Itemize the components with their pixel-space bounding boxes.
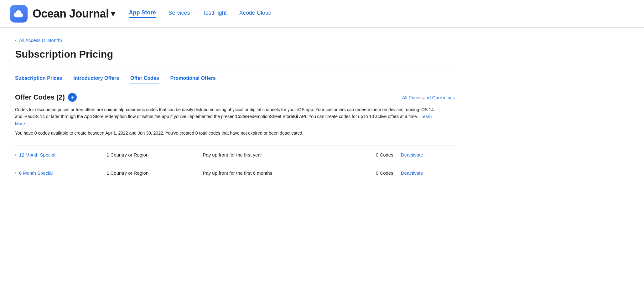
offer-table: › 12 Month Special 1 Country or Region P… xyxy=(15,146,455,182)
main-nav: App Store Services TestFlight Xcode Clou… xyxy=(129,9,272,18)
tab-subscription-prices[interactable]: Subscription Prices xyxy=(15,75,62,84)
breadcrumb: ‹ All Access (1 Month) xyxy=(15,38,455,43)
offer-12month-link[interactable]: 12 Month Special xyxy=(19,152,55,157)
tabs: Subscription Prices Introductory Offers … xyxy=(15,75,455,84)
offer-6month-codes: 0 Codes xyxy=(349,164,397,182)
offer-12month-codes: 0 Codes xyxy=(349,146,397,164)
offer-name-cell: › 12 Month Special xyxy=(15,152,99,157)
title-chevron[interactable]: ▾ xyxy=(111,8,115,19)
offer-6month-link[interactable]: 6 Month Special xyxy=(19,170,53,176)
tab-introductory-offers[interactable]: Introductory Offers xyxy=(73,75,119,84)
offer-6month-payment: Pay up front for the first 6 months xyxy=(199,164,348,182)
breadcrumb-chevron: ‹ xyxy=(15,38,17,43)
section-title-group: Offer Codes (2) xyxy=(15,93,77,102)
section-header: Offer Codes (2) All Prices and Currencie… xyxy=(15,93,455,102)
nav-app-store[interactable]: App Store xyxy=(129,9,156,18)
section-divider xyxy=(15,68,455,68)
section-title-text: Offer Codes (2) xyxy=(15,93,65,101)
main-content: ‹ All Access (1 Month) Subscription Pric… xyxy=(0,28,470,192)
row-expand-chevron: › xyxy=(15,152,17,157)
app-icon xyxy=(10,5,28,23)
header: Ocean Journal ▾ App Store Services TestF… xyxy=(0,0,644,28)
offer-6month-region: 1 Country or Region xyxy=(103,164,199,182)
tab-promotional-offers[interactable]: Promotional Offers xyxy=(170,75,216,84)
app-title: Ocean Journal xyxy=(33,7,109,20)
all-prices-currencies-link[interactable]: All Prices and Currencies xyxy=(402,95,455,100)
page-title: Subscription Pricing xyxy=(15,49,455,60)
offer-name-cell-6month: › 6 Month Special xyxy=(15,170,99,176)
breadcrumb-link[interactable]: All Access (1 Month) xyxy=(19,38,62,43)
nav-xcode-cloud[interactable]: Xcode Cloud xyxy=(239,10,272,18)
row-expand-chevron-6month: › xyxy=(15,170,17,175)
offer-description: Codes for discounted prices or free offe… xyxy=(15,106,438,127)
offer-row-6month: › 6 Month Special 1 Country or Region Pa… xyxy=(15,164,455,182)
offer-12month-region: 1 Country or Region xyxy=(103,146,199,164)
tab-offer-codes[interactable]: Offer Codes xyxy=(130,75,159,84)
add-offer-button[interactable] xyxy=(68,93,77,102)
offer-12month-payment: Pay up front for the first year xyxy=(199,146,348,164)
nav-testflight[interactable]: TestFlight xyxy=(203,10,227,18)
availability-text: You have 0 codes available to create bet… xyxy=(15,130,455,136)
offer-row-12month: › 12 Month Special 1 Country or Region P… xyxy=(15,146,455,164)
deactivate-6month-button[interactable]: Deactivate xyxy=(401,170,423,176)
nav-services[interactable]: Services xyxy=(169,10,190,18)
plus-icon xyxy=(70,95,75,100)
cloud-icon xyxy=(13,8,24,19)
deactivate-12month-button[interactable]: Deactivate xyxy=(401,152,423,157)
